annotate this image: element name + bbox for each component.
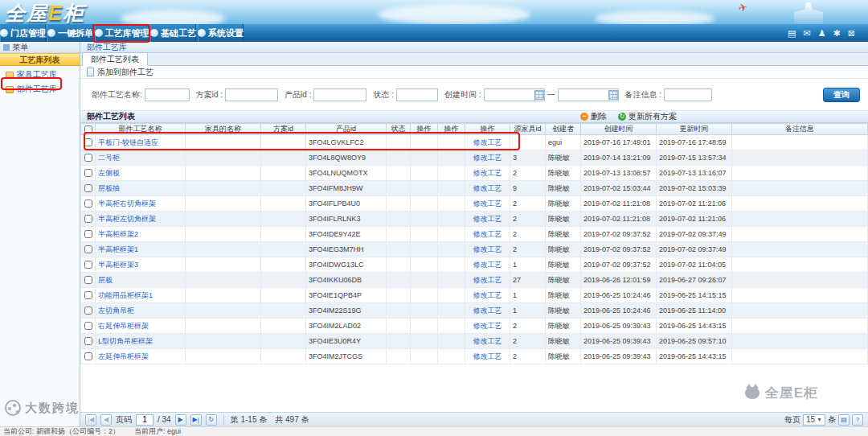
update-all-schemes-button[interactable]: ↻更新所有方案 — [618, 111, 677, 122]
row-checkbox[interactable] — [84, 169, 92, 177]
part-process-name-input[interactable] — [145, 88, 190, 101]
delete-button[interactable]: −删除 — [580, 111, 607, 122]
col-creator[interactable]: 创建者 — [546, 124, 581, 135]
part-process-name-link[interactable]: 层板 — [98, 276, 113, 284]
row-checkbox[interactable] — [84, 261, 92, 269]
calendar-icon[interactable] — [534, 90, 544, 100]
modify-process-link[interactable]: 修改工艺 — [473, 199, 502, 208]
nav-tab-store-management[interactable]: 门店管理 — [0, 24, 46, 42]
next-page-button[interactable]: ▶ — [175, 414, 186, 426]
app-grid-icon[interactable]: ▤ — [788, 28, 796, 39]
modify-process-link[interactable]: 修改工艺 — [473, 230, 502, 238]
row-checkbox[interactable] — [84, 337, 92, 345]
monitor-icon[interactable]: ⊠ — [848, 28, 855, 39]
select-all-checkbox[interactable] — [84, 125, 92, 134]
page-number-input[interactable] — [136, 414, 154, 426]
sidebar-item-part-process-library[interactable]: 部件工艺库 — [2, 83, 77, 96]
nav-tab-process-library-management[interactable]: 工艺库管理 — [95, 24, 149, 42]
row-checkbox[interactable] — [84, 199, 92, 208]
modify-process-link[interactable]: 修改工艺 — [473, 169, 502, 177]
modify-process-link[interactable]: 修改工艺 — [473, 261, 502, 269]
modify-process-link[interactable]: 修改工艺 — [473, 322, 502, 330]
first-page-button[interactable]: |◀ — [85, 414, 96, 426]
col-operation-3[interactable]: 操作 — [465, 124, 510, 135]
part-process-name-link[interactable]: 右延伸吊柜框架 — [98, 322, 149, 330]
modify-process-link[interactable]: 修改工艺 — [473, 291, 502, 299]
calendar-icon[interactable] — [608, 90, 618, 100]
part-process-name-link[interactable]: 二号柜 — [98, 154, 120, 162]
part-process-name-link[interactable]: L型切角吊柜框架 — [98, 337, 153, 345]
row-checkbox[interactable] — [84, 215, 92, 223]
modify-process-link[interactable]: 修改工艺 — [473, 276, 502, 284]
nav-tab-one-click-split[interactable]: 一键拆单 — [47, 24, 93, 42]
operation-1-cell — [411, 135, 438, 150]
row-checkbox[interactable] — [84, 154, 92, 162]
col-scheme-id[interactable]: 方案id — [261, 124, 306, 135]
modify-process-link[interactable]: 修改工艺 — [473, 138, 502, 146]
add-to-part-process-button[interactable]: 添加到部件工艺 — [97, 67, 154, 78]
tab-part-process-list[interactable]: 部件工艺列表 — [82, 52, 148, 66]
table-row: 层板抽 3FO4IFM8JH9W 修改工艺 9 陈晓敏 2019-07-02 1… — [81, 181, 868, 196]
refresh-button[interactable]: ↻ — [206, 414, 217, 426]
col-part-process-name[interactable]: 部件工艺名称 — [96, 124, 186, 135]
prev-page-button[interactable]: ◀ — [100, 414, 112, 426]
status-input[interactable] — [396, 88, 438, 101]
row-checkbox[interactable] — [84, 230, 92, 238]
updated-time-cell: 2019-06-25 14:43:15 — [657, 349, 732, 364]
row-checkbox[interactable] — [84, 322, 92, 330]
modify-process-link[interactable]: 修改工艺 — [473, 154, 502, 162]
col-created-time[interactable]: 创建时间 — [581, 124, 657, 135]
row-checkbox[interactable] — [84, 276, 92, 284]
col-remark[interactable]: 备注信息 — [732, 124, 868, 135]
scheme-id-input[interactable] — [225, 88, 278, 101]
sidebar-section-process-library-list[interactable]: 工艺库列表 — [0, 53, 80, 66]
row-checkbox[interactable] — [84, 184, 92, 192]
col-furniture-name[interactable]: 家具的名称 — [186, 124, 261, 135]
row-checkbox[interactable] — [84, 306, 92, 315]
mail-icon[interactable]: ✉ — [803, 28, 810, 39]
modify-process-link[interactable]: 修改工艺 — [473, 306, 502, 315]
nav-tab-system-settings[interactable]: 系统设置 — [198, 24, 244, 42]
col-operation-2[interactable]: 操作 — [438, 124, 465, 135]
product-id-cell: 3FO4IE3U0R4Y — [306, 334, 387, 349]
modify-process-link[interactable]: 修改工艺 — [473, 184, 502, 192]
part-process-name-link[interactable]: 半高柜左切角框架 — [98, 215, 156, 223]
part-process-name-link[interactable]: 层板抽 — [98, 184, 120, 192]
modify-process-link[interactable]: 修改工艺 — [473, 352, 502, 360]
part-process-name-link[interactable]: 半高柜框架3 — [98, 261, 138, 269]
modify-process-link[interactable]: 修改工艺 — [473, 215, 502, 223]
gear-icon[interactable]: ✱ — [833, 28, 841, 39]
remark-input[interactable] — [664, 88, 712, 101]
col-updated-time[interactable]: 更新时间 — [657, 124, 732, 135]
part-process-name-link[interactable]: 左延伸吊柜框架 — [98, 352, 149, 360]
nav-tab-basic-process[interactable]: 基础工艺 — [150, 24, 196, 42]
col-product-id[interactable]: 产品id — [306, 124, 387, 135]
grid-settings-icon[interactable]: ▤ — [838, 414, 850, 426]
part-process-name-link[interactable]: 功能用品柜框架1 — [98, 291, 153, 299]
col-status[interactable]: 状态 — [387, 124, 411, 135]
help-icon[interactable]: ? — [852, 414, 863, 426]
modify-process-link[interactable]: 修改工艺 — [473, 337, 502, 345]
part-process-name-link[interactable]: 半高柜框架1 — [98, 245, 138, 253]
col-operation-1[interactable]: 操作 — [411, 124, 438, 135]
row-checkbox[interactable] — [84, 291, 92, 299]
row-checkbox[interactable] — [84, 245, 92, 253]
part-process-name-link[interactable]: 半高柜框架2 — [98, 230, 138, 238]
part-process-name-link[interactable]: 平板门-较链自适应 — [98, 138, 158, 146]
sidebar-item-furniture-process-library[interactable]: 家具工艺库 — [2, 68, 77, 81]
building-graphic — [794, 2, 823, 24]
query-button[interactable]: 查询 — [823, 88, 860, 102]
part-process-name-link[interactable]: 左切角吊柜 — [98, 306, 134, 315]
product-id-input[interactable] — [313, 88, 366, 101]
part-process-name-link[interactable]: 半高柜右切角框架 — [98, 199, 156, 208]
operation-1-cell — [411, 334, 438, 349]
creator-cell: 陈晓敏 — [546, 349, 581, 364]
col-source-furniture-id[interactable]: 源家具id — [510, 124, 546, 135]
row-checkbox[interactable] — [84, 138, 92, 146]
modify-process-link[interactable]: 修改工艺 — [473, 245, 502, 253]
user-icon[interactable]: ♟ — [818, 28, 826, 39]
per-page-select[interactable]: 15▼ — [803, 414, 825, 426]
last-page-button[interactable]: ▶| — [190, 414, 202, 426]
part-process-name-link[interactable]: 左侧板 — [98, 169, 120, 177]
row-checkbox[interactable] — [84, 352, 92, 360]
